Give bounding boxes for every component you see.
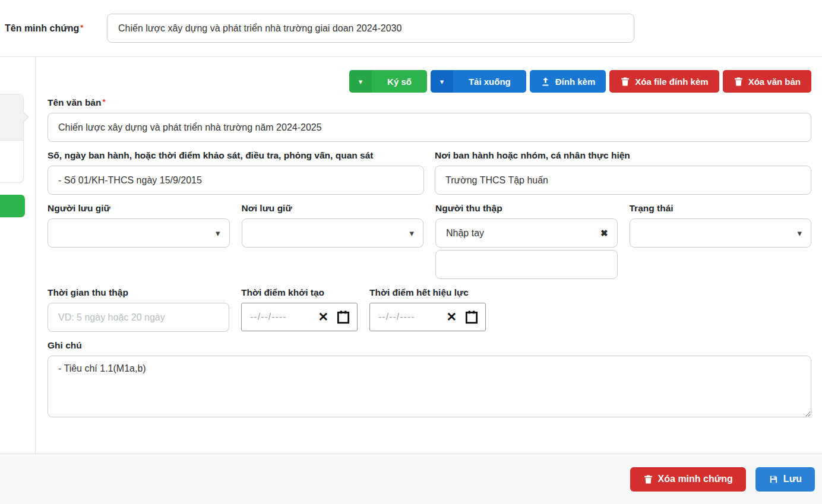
sign-dropdown-toggle[interactable]: ▾ — [349, 70, 372, 93]
document-toolbar: ▾ Ký số ▾ Tải xuống Đính kèm Xóa file đí… — [48, 70, 811, 93]
end-date-label: Thời điểm hết hiệu lực — [369, 287, 486, 298]
storage-place-label: Nơi lưu giữ — [242, 203, 424, 214]
end-date-input[interactable]: --/--/---- ✕ — [369, 303, 486, 331]
issue-info-input[interactable] — [48, 166, 424, 195]
trash-icon — [734, 77, 744, 87]
issuer-label: Nơi ban hành hoặc nhóm, cá nhân thực hiệ… — [435, 150, 811, 161]
attach-button-label: Đính kèm — [555, 77, 596, 87]
note-label: Ghi chú — [48, 340, 811, 351]
collector-input[interactable] — [435, 218, 618, 248]
save-button[interactable]: Lưu — [755, 467, 815, 492]
required-asterisk: * — [80, 23, 83, 32]
issuer-input[interactable] — [435, 166, 811, 195]
evidence-name-label: Tên minh chứng* — [5, 23, 107, 34]
document-list-item-selected[interactable] — [0, 94, 23, 141]
delete-evidence-label: Xóa minh chứng — [658, 474, 733, 484]
document-list-item[interactable] — [0, 94, 24, 183]
note-textarea[interactable]: - Tiêu chí 1.1(M1a,b) — [48, 356, 811, 417]
trash-icon — [620, 77, 630, 87]
trash-icon — [643, 474, 653, 484]
calendar-icon[interactable] — [464, 309, 479, 325]
form-footer: Xóa minh chứng Lưu — [0, 454, 822, 504]
selected-item-arrow — [19, 112, 29, 122]
start-date-placeholder: --/--/---- — [250, 312, 318, 322]
collector-extra-input[interactable] — [435, 250, 618, 279]
delete-attachment-label: Xóa file đính kèm — [635, 77, 708, 87]
end-date-placeholder: --/--/---- — [378, 312, 446, 322]
sign-button[interactable]: Ký số — [372, 70, 427, 93]
status-select[interactable] — [630, 218, 812, 248]
delete-evidence-button[interactable]: Xóa minh chứng — [630, 467, 746, 492]
doc-name-input[interactable] — [48, 113, 811, 142]
delete-attachment-button[interactable]: Xóa file đính kèm — [609, 70, 719, 93]
sign-split-button[interactable]: ▾ Ký số — [349, 70, 427, 93]
document-panel: ▾ Ký số ▾ Tải xuống Đính kèm Xóa file đí… — [0, 57, 822, 454]
doc-name-label-text: Tên văn bản — [48, 97, 101, 107]
download-button[interactable]: Tải xuống — [453, 70, 526, 93]
keeper-label: Người lưu giữ — [48, 203, 230, 214]
delete-document-button[interactable]: Xóa văn bản — [723, 70, 811, 93]
evidence-header: Tên minh chứng* — [0, 0, 822, 57]
caret-down-icon: ▾ — [359, 77, 363, 86]
calendar-icon[interactable] — [336, 309, 351, 325]
storage-place-select[interactable] — [242, 218, 424, 248]
keeper-select[interactable] — [48, 218, 230, 248]
save-button-label: Lưu — [783, 474, 802, 484]
clear-x-icon[interactable]: ✖ — [600, 228, 608, 239]
date-clear-icon[interactable]: ✕ — [318, 310, 328, 324]
caret-down-icon: ▾ — [440, 77, 444, 86]
required-asterisk: * — [102, 97, 105, 106]
collector-label: Người thu thập — [435, 203, 618, 214]
start-date-input[interactable]: --/--/---- ✕ — [241, 303, 358, 331]
left-rail — [0, 57, 36, 454]
evidence-name-input[interactable] — [107, 14, 634, 43]
attach-button[interactable]: Đính kèm — [530, 70, 606, 93]
download-dropdown-toggle[interactable]: ▾ — [431, 70, 453, 93]
delete-document-label: Xóa văn bản — [748, 77, 801, 87]
status-label: Trạng thái — [630, 203, 812, 214]
issue-info-label: Số, ngày ban hành, hoặc thời điểm khảo s… — [48, 150, 424, 161]
start-date-label: Thời điểm khởi tạo — [241, 287, 358, 298]
date-clear-icon[interactable]: ✕ — [446, 310, 457, 324]
upload-icon — [540, 77, 551, 87]
evidence-name-label-text: Tên minh chứng — [5, 23, 79, 33]
download-split-button[interactable]: ▾ Tải xuống — [431, 70, 526, 93]
collect-time-label: Thời gian thu thập — [48, 287, 229, 298]
doc-name-label: Tên văn bản* — [48, 97, 811, 108]
add-document-button[interactable] — [0, 195, 25, 217]
document-form: ▾ Ký số ▾ Tải xuống Đính kèm Xóa file đí… — [36, 57, 822, 454]
floppy-icon — [769, 474, 779, 484]
collect-time-input[interactable] — [48, 303, 229, 332]
